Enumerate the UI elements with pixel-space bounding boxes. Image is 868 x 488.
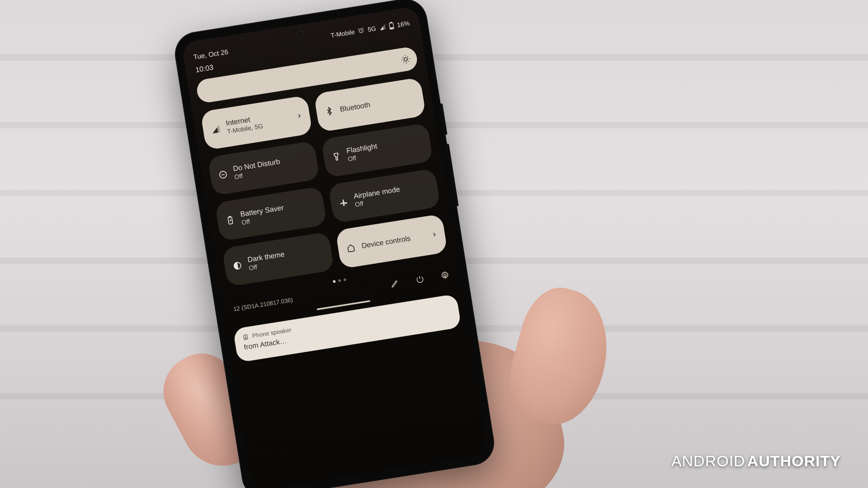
chevron-right-icon xyxy=(296,113,303,120)
tile-battery-saver[interactable]: Battery SaverOff xyxy=(215,186,327,241)
alarm-icon xyxy=(357,27,365,34)
flashlight-icon xyxy=(331,151,342,162)
tile-airplane[interactable]: Airplane modeOff xyxy=(328,168,441,223)
svg-rect-2 xyxy=(390,22,392,23)
svg-point-13 xyxy=(245,335,245,336)
edit-icon[interactable] xyxy=(390,278,400,289)
tile-internet[interactable]: InternetT-Mobile, 5G xyxy=(200,95,313,150)
bluetooth-icon xyxy=(324,106,335,117)
signal-icon xyxy=(211,124,221,134)
chevron-right-icon xyxy=(431,231,438,238)
dnd-icon xyxy=(218,169,228,180)
quick-settings-grid: InternetT-Mobile, 5GBluetoothDo Not Dist… xyxy=(192,76,456,288)
svg-point-9 xyxy=(443,274,446,277)
svg-rect-3 xyxy=(391,28,393,29)
tile-flashlight[interactable]: FlashlightOff xyxy=(321,123,434,178)
tile-dnd[interactable]: Do Not DisturbOff xyxy=(208,141,320,196)
tile-title: Bluetooth xyxy=(339,100,371,114)
brightness-icon xyxy=(400,54,411,65)
svg-rect-7 xyxy=(229,216,231,217)
status-battery: 16% xyxy=(396,19,410,28)
tile-dark-theme[interactable]: Dark themeOff xyxy=(222,232,335,287)
battery-icon xyxy=(388,21,395,30)
battery-icon xyxy=(225,215,236,225)
status-network: 5G xyxy=(367,24,377,33)
tile-bluetooth[interactable]: Bluetooth xyxy=(314,77,426,132)
power-icon[interactable] xyxy=(415,274,425,285)
darktheme-icon xyxy=(232,261,243,271)
speaker-icon xyxy=(242,333,249,341)
watermark: ANDROIDAUTHORITY xyxy=(671,452,841,470)
svg-point-12 xyxy=(245,337,246,338)
gear-icon[interactable] xyxy=(440,270,450,281)
airplane-icon xyxy=(339,197,349,207)
svg-point-4 xyxy=(404,57,407,61)
tile-device-controls[interactable]: Device controls xyxy=(335,214,448,269)
tile-title: Device controls xyxy=(361,234,411,251)
signal-icon xyxy=(379,23,387,31)
home-icon xyxy=(346,243,356,253)
